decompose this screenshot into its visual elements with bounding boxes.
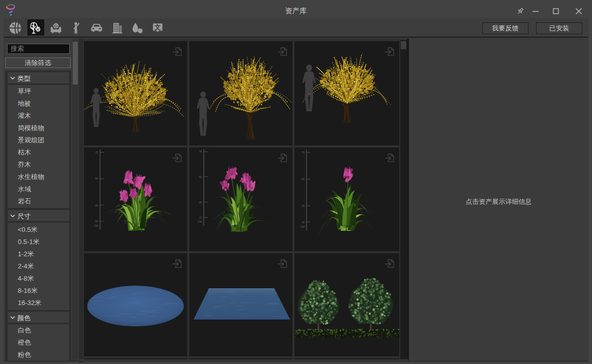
svg-text:文: 文: [154, 23, 161, 31]
svg-text:50: 50: [301, 177, 304, 180]
svg-text:25: 25: [301, 204, 304, 207]
svg-text:50: 50: [198, 175, 201, 178]
svg-text:75: 75: [301, 151, 304, 154]
svg-text:CM: CM: [94, 224, 98, 227]
svg-text:10: 10: [301, 221, 304, 224]
svg-text:10: 10: [198, 216, 201, 219]
svg-text:75: 75: [198, 150, 201, 153]
svg-text:25: 25: [95, 204, 98, 207]
svg-text:10: 10: [95, 220, 98, 223]
svg-text:75: 75: [95, 151, 98, 154]
svg-text:50: 50: [95, 177, 98, 180]
svg-text:CM: CM: [197, 220, 202, 223]
svg-text:25: 25: [198, 201, 201, 204]
svg-text:CM: CM: [300, 225, 305, 228]
